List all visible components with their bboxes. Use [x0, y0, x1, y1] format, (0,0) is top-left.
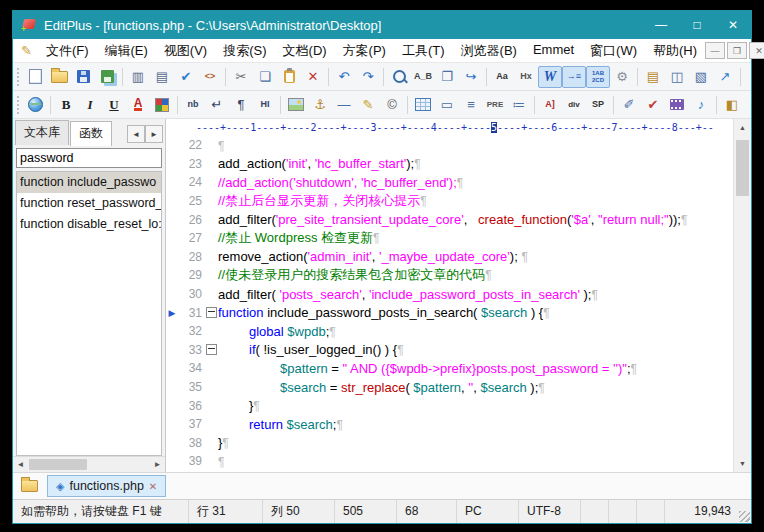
code-line-26[interactable]: 26add_filter('pre_site_transient_update_… [166, 210, 733, 229]
line-number[interactable]: 26 [178, 213, 205, 227]
menu-文档d[interactable]: 文档(D) [275, 40, 335, 62]
code-line-23[interactable]: 23add_action('init', 'hc_buffer_start');… [166, 155, 733, 174]
code-line-22[interactable]: 22¶ [166, 136, 733, 155]
undo-button[interactable]: ↶ [332, 66, 356, 88]
line-number[interactable]: 25 [178, 194, 205, 208]
tab-functions[interactable]: 函数 [70, 121, 112, 146]
vscroll-down-icon[interactable]: ▼ [734, 455, 751, 472]
word-wrap-button[interactable]: W [538, 66, 562, 88]
toolbar-grip[interactable] [17, 68, 19, 86]
code-line-29[interactable]: 29//使未登录用户的搜索结果包含加密文章的代码¶ [166, 266, 733, 285]
line-number[interactable]: 30 [178, 287, 205, 301]
line-number[interactable]: 29 [178, 268, 205, 282]
span-tag-button[interactable]: SP [586, 94, 610, 116]
font-color-button[interactable]: A [126, 94, 150, 116]
line-number[interactable]: 37 [178, 417, 205, 431]
code-line-25[interactable]: 25//禁止后台显示更新，关闭核心提示¶ [166, 192, 733, 211]
tab-close-icon[interactable]: ✕ [149, 481, 157, 492]
code-line-30[interactable]: 30add_filter( 'posts_search', 'include_p… [166, 285, 733, 304]
tab-scroll-right-button[interactable]: ► [145, 125, 163, 143]
code-line-24[interactable]: 24//add_action('shutdown', 'hc_buffer_en… [166, 173, 733, 192]
edit-note-button[interactable]: ✎ [356, 94, 380, 116]
mdi-restore-button[interactable]: ❐ [727, 42, 747, 59]
context-help-button[interactable]: ? [744, 66, 751, 88]
redo-button[interactable]: ↷ [356, 66, 380, 88]
color-palette-button[interactable] [150, 94, 174, 116]
tab-scroll-left-button[interactable]: ◄ [127, 125, 145, 143]
maximize-button[interactable]: □ [679, 11, 715, 39]
text-field-button[interactable]: ▭ [435, 94, 459, 116]
hex-viewer-button[interactable]: Hx [514, 66, 538, 88]
line-number[interactable]: 23 [178, 157, 205, 171]
code-line-32[interactable]: 32global $wpdb;¶ [166, 322, 733, 341]
line-numbers-button[interactable]: 1AB 2CD [586, 66, 610, 88]
set-font-button[interactable]: Aa [490, 66, 514, 88]
vscroll-thumb[interactable] [736, 140, 749, 196]
save-button[interactable] [71, 66, 95, 88]
line-number[interactable]: 27 [178, 231, 205, 245]
print-preview-button[interactable]: ▥ [126, 66, 150, 88]
line-number[interactable]: 36 [178, 399, 205, 413]
code-line-36[interactable]: 36}¶ [166, 396, 733, 415]
go-to-line-button[interactable]: ↪ [459, 66, 483, 88]
anchor-button[interactable]: ⚓ [308, 94, 332, 116]
function-list-item[interactable]: function disable_reset_lo: [17, 214, 161, 235]
nbsp-button[interactable]: nb [181, 94, 205, 116]
hscroll-thumb[interactable] [29, 459, 87, 470]
document-selector-button[interactable]: ▤ [641, 66, 665, 88]
preferences-button[interactable]: ⚙ [610, 66, 634, 88]
document-icon[interactable]: ✎ [21, 43, 32, 58]
browser-preview-button[interactable]: ▧ [689, 66, 713, 88]
document-tab-functions-php[interactable]: ◈ functions.php ✕ [47, 475, 166, 497]
copyright-button[interactable]: © [380, 94, 404, 116]
underline-button[interactable]: U [102, 94, 126, 116]
save-all-button[interactable] [95, 66, 119, 88]
function-list-item[interactable]: function include_passwo [17, 172, 161, 193]
center-text-button[interactable]: ≡ [459, 94, 483, 116]
find-button[interactable] [387, 66, 411, 88]
minimize-button[interactable]: — [643, 11, 679, 39]
line-number[interactable]: 24 [178, 175, 205, 189]
code-line-38[interactable]: 38}¶ [166, 434, 733, 453]
delete-button[interactable]: ✕ [301, 66, 325, 88]
div-tag-button[interactable]: div [562, 94, 586, 116]
menu-搜索s[interactable]: 搜索(S) [215, 40, 274, 62]
check-style-button[interactable]: ✔ [641, 94, 665, 116]
heading-button[interactable]: HI [253, 94, 277, 116]
insert-video-button[interactable] [665, 94, 689, 116]
hscroll-left-icon[interactable]: ◄ [13, 457, 28, 472]
code-line-27[interactable]: 27//禁止 Wordpress 检查更新¶ [166, 229, 733, 248]
line-number[interactable]: 38 [178, 436, 205, 450]
tab-cliptext[interactable]: 文本库 [15, 120, 69, 145]
open-file-button[interactable] [47, 66, 71, 88]
insert-script-button[interactable]: ✐ [617, 94, 641, 116]
menu-emmet[interactable]: Emmet [525, 40, 582, 62]
insert-audio-button[interactable]: ♪ [689, 94, 713, 116]
menu-窗口w[interactable]: 窗口(W) [582, 40, 645, 62]
menu-浏览器b[interactable]: 浏览器(B) [453, 40, 525, 62]
sidebar-hscrollbar[interactable]: ◄ ► [13, 456, 165, 472]
menu-视图v[interactable]: 视图(V) [156, 40, 215, 62]
mdi-close-button[interactable]: ✕ [749, 42, 764, 59]
mdi-minimize-button[interactable]: — [705, 42, 725, 59]
replace-button[interactable]: A_B [411, 66, 435, 88]
code-line-35[interactable]: 35$search = str_replace( $pattern, '', $… [166, 378, 733, 397]
menu-文件f[interactable]: 文件(F) [38, 40, 97, 62]
view-in-browser-button[interactable]: ↗ [713, 66, 737, 88]
menu-工具t[interactable]: 工具(T) [394, 40, 453, 62]
code-line-34[interactable]: 34$pattern = " AND ({$wpdb->prefix}posts… [166, 359, 733, 378]
code-line-31[interactable]: ▶31function include_password_posts_in_se… [166, 303, 733, 322]
line-number[interactable]: 31 [178, 306, 205, 320]
function-filter-input[interactable] [16, 148, 162, 168]
line-number[interactable]: 22 [178, 138, 205, 152]
window-list-button[interactable]: ◫ [665, 66, 689, 88]
code-line-33[interactable]: 33if( !is_user_logged_in() ) {¶ [166, 341, 733, 360]
line-number[interactable]: 32 [178, 324, 205, 338]
code-line-28[interactable]: 28remove_action('admin_init', '_maybe_up… [166, 248, 733, 267]
find-in-files-button[interactable]: ❐ [435, 66, 459, 88]
html-code-button[interactable]: <> [198, 66, 222, 88]
directory-window-button[interactable] [17, 475, 41, 497]
new-file-button[interactable] [23, 66, 47, 88]
paragraph-button[interactable]: ¶ [229, 94, 253, 116]
line-number[interactable]: 35 [178, 380, 205, 394]
